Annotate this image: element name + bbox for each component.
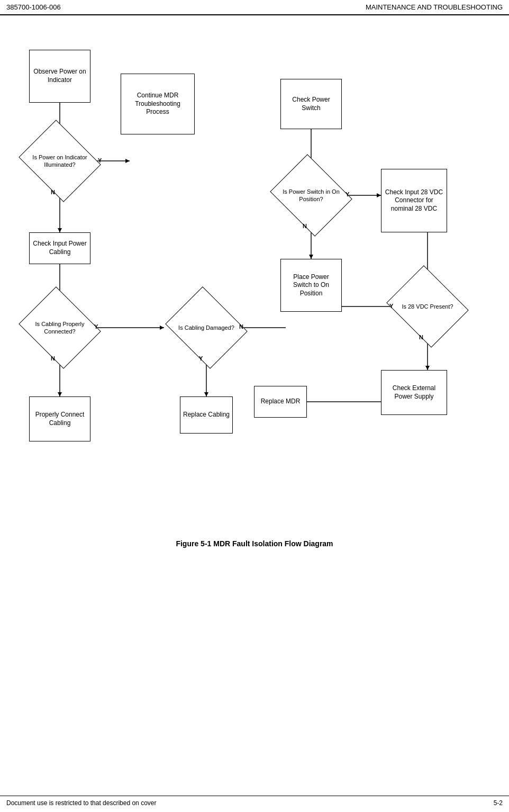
svg-marker-5 bbox=[58, 228, 62, 232]
svg-marker-13 bbox=[204, 392, 208, 396]
n-label-28vdc: N bbox=[419, 334, 423, 340]
figure-caption: Figure 5-1 MDR Fault Isolation Flow Diag… bbox=[0, 534, 509, 553]
is-28vdc-present-diamond: Is 28 VDC Present? bbox=[396, 280, 459, 333]
observe-power-label: Observe Power on Indicator bbox=[32, 68, 88, 84]
check-28vdc-label: Check Input 28 VDC Connector for nominal… bbox=[384, 188, 444, 213]
n-label-cabling-connected: N bbox=[51, 355, 55, 362]
place-power-switch-box: Place Power Switch to On Position bbox=[280, 259, 342, 312]
footer-right: 5-2 bbox=[494, 799, 503, 807]
replace-cabling-box: Replace Cabling bbox=[180, 396, 233, 434]
diagram-area: Observe Power on Indicator Continue MDR … bbox=[0, 21, 509, 524]
footer-left: Document use is restricted to that descr… bbox=[6, 799, 156, 807]
is-cabling-connected-diamond: Is Cabling Properly Connected? bbox=[28, 301, 92, 354]
n-label-cabling-damaged: N bbox=[239, 323, 243, 330]
check-power-switch-label: Check Power Switch bbox=[283, 96, 339, 112]
check-external-box: Check External Power Supply bbox=[381, 370, 447, 415]
is-28vdc-present-label: Is 28 VDC Present? bbox=[399, 301, 455, 312]
is-power-switch-label: Is Power Switch in On Position? bbox=[279, 186, 343, 205]
svg-marker-20 bbox=[309, 255, 313, 259]
observe-power-box: Observe Power on Indicator bbox=[29, 50, 90, 103]
place-power-switch-label: Place Power Switch to On Position bbox=[283, 273, 339, 298]
properly-connect-label: Properly Connect Cabling bbox=[32, 411, 88, 427]
is-cabling-connected-label: Is Cabling Properly Connected? bbox=[28, 318, 92, 338]
section-title: MAINTENANCE AND TROUBLESHOOTING bbox=[366, 3, 503, 11]
check-28vdc-box: Check Input 28 VDC Connector for nominal… bbox=[381, 169, 447, 232]
svg-marker-11 bbox=[58, 392, 62, 396]
y-label-power-switch: Y bbox=[346, 191, 349, 197]
y-label-cabling-connected: Y bbox=[94, 323, 98, 330]
check-input-power-label: Check Input Power Cabling bbox=[32, 240, 88, 256]
svg-marker-25 bbox=[425, 366, 430, 370]
y-label-power-illuminated: Y bbox=[98, 157, 102, 164]
svg-marker-18 bbox=[377, 193, 381, 197]
check-input-power-box: Check Input Power Cabling bbox=[29, 232, 90, 264]
replace-cabling-label: Replace Cabling bbox=[183, 411, 230, 419]
is-power-illuminated-diamond: Is Power on Indicator Illuminated? bbox=[28, 134, 92, 187]
continue-mdr-box: Continue MDR Troubleshooting Process bbox=[121, 74, 195, 134]
replace-mdr-label: Replace MDR bbox=[261, 398, 301, 406]
page-footer: Document use is restricted to that descr… bbox=[0, 796, 509, 807]
check-power-switch-box: Check Power Switch bbox=[280, 79, 342, 129]
svg-marker-9 bbox=[160, 326, 164, 330]
is-cabling-damaged-label: Is Cabling Damaged? bbox=[176, 322, 237, 333]
is-cabling-damaged-diamond: Is Cabling Damaged? bbox=[175, 301, 238, 354]
replace-mdr-box: Replace MDR bbox=[254, 386, 307, 418]
is-power-switch-diamond: Is Power Switch in On Position? bbox=[279, 169, 343, 222]
svg-marker-3 bbox=[125, 159, 130, 163]
y-label-cabling-damaged: Y bbox=[199, 355, 203, 362]
y-label-28vdc: Y bbox=[389, 303, 393, 309]
is-power-illuminated-label: Is Power on Indicator Illuminated? bbox=[28, 151, 92, 171]
n-label-power-illuminated: N bbox=[51, 189, 55, 195]
page-header: 385700-1006-006 MAINTENANCE AND TROUBLES… bbox=[0, 0, 509, 15]
n-label-power-switch: N bbox=[303, 223, 307, 229]
doc-number: 385700-1006-006 bbox=[6, 3, 61, 11]
check-external-label: Check External Power Supply bbox=[384, 384, 444, 401]
properly-connect-box: Properly Connect Cabling bbox=[29, 396, 90, 441]
continue-mdr-label: Continue MDR Troubleshooting Process bbox=[123, 92, 192, 116]
